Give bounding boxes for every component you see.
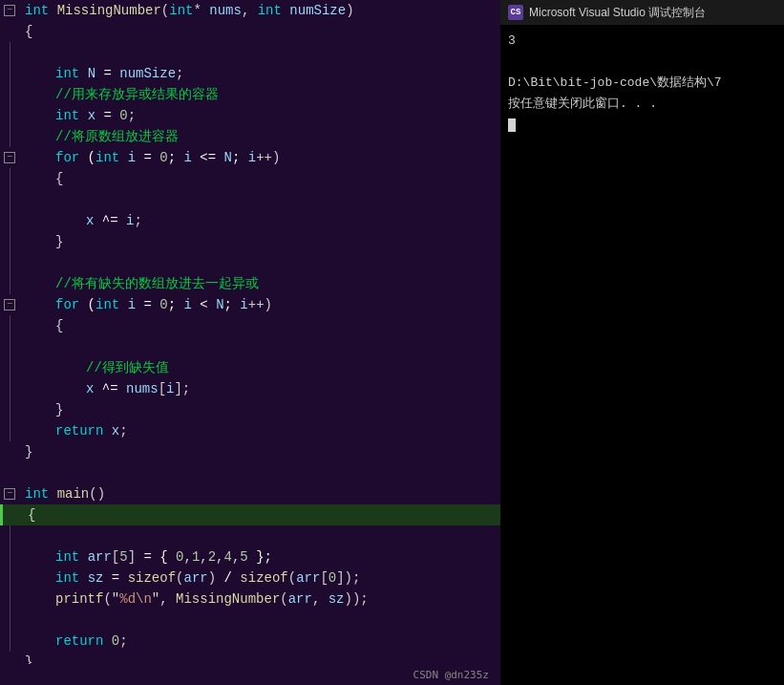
code-line: int x = 0; [0,105,500,126]
code-line [0,42,500,63]
code-line: −int MissingNumber(int* nums, int numSiz… [0,0,500,21]
status-text: CSDN @dn235z [413,669,489,681]
token: } [55,234,63,249]
token: , [242,3,258,18]
indent-guide [10,546,11,567]
code-lines: −int MissingNumber(int* nums, int numSiz… [0,0,500,673]
token: [ [159,381,166,396]
indent-guide [10,168,11,189]
token [49,486,56,502]
token: ]; [174,381,190,396]
collapse-button[interactable]: − [4,488,15,500]
gutter: − [4,299,25,310]
token: , [216,549,223,565]
indent-guide [10,63,11,84]
code-line: x ^= i; [0,210,500,231]
token: , [312,591,328,607]
gutter [4,525,25,546]
code-line: } [0,441,500,462]
token: ( [79,297,95,312]
token: 0 [159,297,167,312]
indent-guide [10,336,11,357]
token [49,3,56,18]
token: int [169,3,193,18]
code-line [0,189,500,210]
token: i [126,213,134,228]
token [282,3,289,18]
token: { [28,507,35,523]
token: } [55,402,63,417]
token: main [57,486,90,502]
code-line: −for (int i = 0; i < N; i++) [0,294,500,315]
gutter [4,210,25,231]
code-line: } [0,231,500,252]
token: 5 [240,549,247,565]
token: ( [288,570,296,586]
token: int [258,3,282,18]
code-line: } [0,399,500,420]
token: int [95,297,119,312]
token: i [128,150,136,165]
token: x [86,381,94,396]
console-body: 3 D:\Bit\bit-job-code\数据结构\7 按任意键关闭此窗口. … [500,25,784,685]
token: (" [103,591,119,607]
indent-guide [10,610,11,631]
token: = [103,570,127,586]
gutter: − [4,5,25,16]
token: { [55,318,63,333]
token: * [193,3,201,18]
token: )); [345,591,369,607]
token: ; [128,108,136,123]
indent-guide [10,378,11,399]
collapse-button[interactable]: − [4,299,15,310]
gutter [4,631,25,652]
indent-guide [10,315,11,336]
indent-guide [10,126,11,147]
console-panel: CS Microsoft Visual Studio 调试控制台 3 D:\Bi… [500,0,784,685]
gutter [4,63,25,84]
token: //得到缺失值 [86,359,169,376]
token: , [232,549,240,565]
token: ", [152,591,176,607]
code-line: printf("%d\n", MissingNumber(arr, sz)); [0,589,500,610]
collapse-button[interactable]: − [4,5,15,16]
token: MissingNumber [176,591,280,607]
code-line: //将原数组放进容器 [0,126,500,147]
token: ) [346,3,353,18]
token: [ [320,570,328,586]
token: i [184,297,192,312]
token: i [166,381,174,396]
token: () [89,486,105,502]
status-bar: CSDN @dn235z [0,664,500,685]
token: / [216,570,240,586]
gutter [4,357,25,378]
token [79,549,87,565]
token: int [25,486,49,502]
gutter [4,168,25,189]
token: int [25,3,49,18]
token: i [248,150,256,165]
token: i [240,297,247,312]
token [79,108,87,123]
token: 1 [192,549,200,565]
token: ; [134,213,141,228]
code-line: int N = numSize; [0,63,500,84]
token: 0 [159,150,167,165]
gutter [4,589,25,610]
token [103,423,111,439]
vs-icon: CS [508,5,523,20]
token: ] [128,549,136,565]
token: sz [88,570,104,586]
token: arr [296,570,320,586]
indent-guide [10,273,11,294]
collapse-button[interactable]: − [4,152,15,163]
console-cursor-line [508,115,776,136]
indent-guide [10,420,11,441]
token: //将原数组放进容器 [55,128,179,145]
token: 0 [112,633,119,649]
code-line: int sz = sizeof(arr) / sizeof(arr[0]); [0,567,500,589]
token: [ [112,549,119,565]
token: <= [192,150,224,165]
indent-guide [10,210,11,231]
token: { [25,24,32,39]
